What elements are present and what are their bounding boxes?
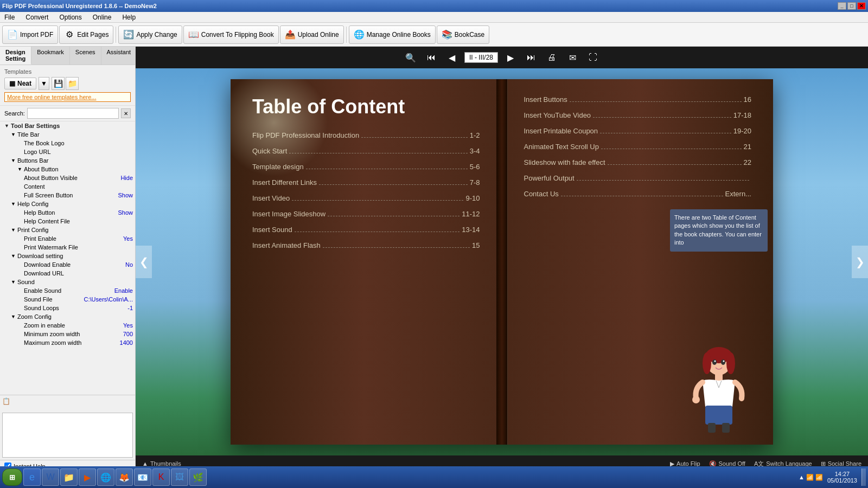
tree-item-zoom-config[interactable]: ▼ Zoom Config (0, 312, 135, 321)
tree-item-print-enable[interactable]: Print EnableYes (0, 234, 135, 243)
svg-point-6 (714, 361, 716, 362)
search-input[interactable] (27, 108, 119, 119)
toc-entry-0: Flip PDF Professional Introduction 1-2 (252, 131, 480, 139)
tree-item-max-zoom[interactable]: Maximum zoom width1400 (0, 338, 135, 347)
tooltip-text: There are two Table of Content pages whi… (674, 214, 762, 246)
bookcase-button[interactable]: 📚 BookCase (437, 25, 489, 44)
menu-options[interactable]: Options (57, 12, 84, 22)
taskbar-app1[interactable]: 📧 (134, 468, 151, 486)
tree-item-print-config[interactable]: ▼ Print Config (0, 226, 135, 234)
tree-item-print-watermark[interactable]: Print Watermark File (0, 243, 135, 252)
taskbar-ie[interactable]: e (23, 468, 41, 486)
content-area: 🔍 ⏮ ◀ II - III/28 ▶ ⏭ 🖨 ✉ ⛶ ❮ Table of C… (136, 47, 868, 472)
menu-file[interactable]: File (2, 12, 17, 22)
tree-item-logo-url[interactable]: Logo URL (0, 147, 135, 156)
tree-item-sound-file[interactable]: Sound FileC:\Users\Colin\A... (0, 295, 135, 304)
tab-design-setting[interactable]: Design Setting (0, 47, 31, 65)
zoom-button[interactable]: 🔍 (403, 50, 419, 65)
panel-tabs: Design Setting Bookmark Scenes Assistant (0, 47, 135, 65)
tree-item-help-content[interactable]: Help Content File (0, 217, 135, 226)
tree-item-zoom-enable[interactable]: Zoom in enableYes (0, 321, 135, 330)
menu-help[interactable]: Help (120, 12, 138, 22)
tree-item-book-logo[interactable]: The Book Logo (0, 139, 135, 147)
toc-entry-1: Quick Start 3-4 (252, 147, 480, 155)
menu-convert[interactable]: Convert (23, 12, 50, 22)
tree-item-download-setting[interactable]: ▼ Download setting (0, 252, 135, 260)
tab-scenes[interactable]: Scenes (70, 47, 101, 65)
template-save-button[interactable]: 💾 (52, 77, 65, 90)
system-tray-icons: ▲ 📶 📶 (799, 474, 823, 481)
toolbar-separator-2 (346, 27, 347, 43)
tree-item-title-bar[interactable]: ▼ Title Bar (0, 130, 135, 139)
bookcase-label: BookCase (455, 31, 484, 38)
clock-time: 14:27 (827, 471, 857, 477)
taskbar-app2[interactable]: K (152, 468, 170, 486)
tooltip-box: There are two Table of Content pages whi… (670, 209, 768, 252)
tree-item-buttons-bar[interactable]: ▼ Buttons Bar (0, 156, 135, 165)
preview-icon-row: 📋 (2, 397, 133, 410)
tree-item-toolbar-settings[interactable]: ▼ Tool Bar Settings (0, 121, 135, 130)
taskbar-media[interactable]: ▶ (79, 468, 96, 486)
tree-item-help-button[interactable]: Help ButtonShow (0, 208, 135, 217)
window-title: Flip PDF Professional Unregistered 1.8.6… (2, 3, 157, 9)
email-button[interactable]: ✉ (564, 50, 580, 65)
upload-online-button[interactable]: 📤 Upload Online (280, 25, 344, 44)
start-button[interactable]: ⊞ (2, 468, 22, 486)
character-figure (686, 347, 751, 434)
taskbar-app3[interactable]: 🖼 (171, 468, 188, 486)
nav-arrow-left[interactable]: ❮ (136, 246, 152, 278)
minimize-button[interactable]: _ (838, 2, 846, 10)
tree-item-about-button[interactable]: ▼ About Button (0, 165, 135, 174)
apply-change-button[interactable]: 🔄 Apply Change (118, 25, 182, 44)
preview-box: 📋 (0, 395, 135, 460)
import-pdf-icon: 📄 (7, 29, 18, 40)
tree-item-sound[interactable]: ▼ Sound (0, 278, 135, 286)
tree-item-download-enable[interactable]: Download EnableNo (0, 260, 135, 269)
template-dropdown-button[interactable]: ▼ (39, 77, 49, 90)
menu-online[interactable]: Online (91, 12, 114, 22)
fullscreen-button[interactable]: ⛶ (585, 50, 601, 65)
print-button[interactable]: 🖨 (544, 50, 560, 65)
more-templates-link[interactable]: More free online templates here... (4, 92, 131, 102)
taskbar-chrome[interactable]: 🌐 (97, 468, 114, 486)
search-clear-button[interactable]: ✕ (121, 108, 131, 118)
last-page-button[interactable]: ⏭ (523, 50, 539, 65)
tree-item-enable-sound[interactable]: Enable SoundEnable (0, 286, 135, 295)
tree-item-content[interactable]: Content (0, 182, 135, 191)
upload-online-label: Upload Online (298, 31, 339, 38)
tab-bookmark[interactable]: Bookmark (31, 47, 70, 65)
import-pdf-label: Import PDF (20, 31, 53, 38)
nav-arrow-right[interactable]: ❯ (852, 246, 868, 278)
taskbar-app4[interactable]: 🌿 (189, 468, 207, 486)
import-pdf-button[interactable]: 📄 Import PDF (2, 25, 58, 44)
tab-assistant[interactable]: Assistant (101, 47, 136, 65)
template-export-button[interactable]: 📁 (66, 77, 79, 90)
taskbar-firefox[interactable]: 🦊 (116, 468, 133, 486)
show-desktop-button[interactable] (861, 468, 866, 486)
taskbar-explorer[interactable]: 📁 (60, 468, 78, 486)
toc-right-entry-5: Powerful Output (524, 174, 752, 182)
close-button[interactable]: ✕ (857, 2, 866, 10)
toc-right-entry-2: Insert Printable Coupon 19-20 (524, 127, 752, 135)
svg-point-10 (692, 396, 700, 403)
maximize-button[interactable]: □ (847, 2, 856, 10)
toc-right-entry-4: Slideshow with fade effect 22 (524, 158, 752, 166)
manage-online-button[interactable]: 🌐 Manage Online Books (349, 25, 436, 44)
tree-item-min-zoom[interactable]: Minimum zoom width700 (0, 330, 135, 338)
toc-right-entry-3: Animated Text Scroll Up 21 (524, 143, 752, 151)
tree-item-download-url[interactable]: Download URL (0, 269, 135, 278)
templates-label: Templates (4, 68, 131, 75)
tree-item-about-visible[interactable]: About Button VisibleHide (0, 174, 135, 182)
convert-flipping-button[interactable]: 📖 Convert To Flipping Book (183, 25, 279, 44)
template-name-button[interactable]: ▦ Neat (4, 78, 36, 89)
next-page-button[interactable]: ▶ (502, 50, 519, 65)
tree-item-sound-loops[interactable]: Sound Loops-1 (0, 304, 135, 312)
tree-item-help-config[interactable]: ▼ Help Config (0, 200, 135, 208)
prev-page-button[interactable]: ◀ (444, 50, 460, 65)
taskbar-word[interactable]: W (42, 468, 59, 486)
page-indicator[interactable]: II - III/28 (464, 52, 498, 63)
edit-pages-label: Edit Pages (77, 31, 108, 38)
tree-item-fullscreen[interactable]: Full Screen ButtonShow (0, 191, 135, 200)
edit-pages-button[interactable]: ⚙ Edit Pages (59, 25, 113, 44)
first-page-button[interactable]: ⏮ (423, 50, 439, 65)
